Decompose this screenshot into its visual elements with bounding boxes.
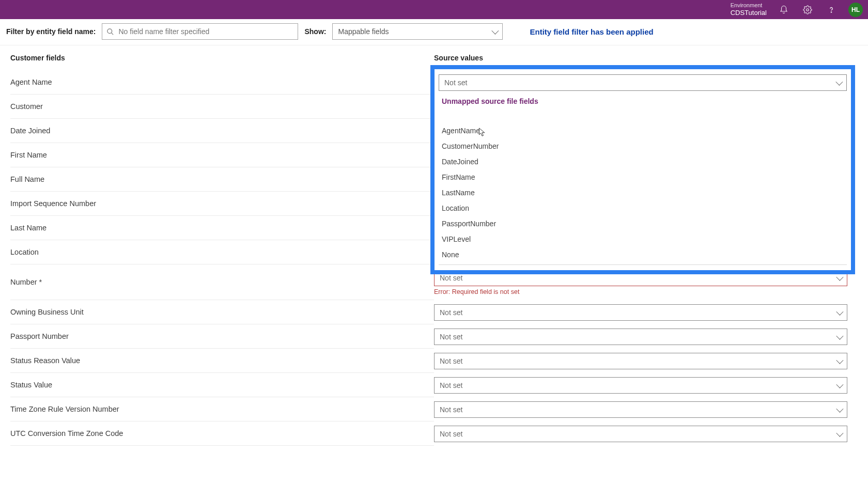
field-row: UTC Conversion Time Zone Code <box>10 421 434 446</box>
dropdown-group-header: Unmapped source file fields <box>435 96 851 115</box>
customer-fields-header: Customer fields <box>10 51 434 70</box>
chevron-down-icon <box>836 381 843 388</box>
error-text: Error: Required field is not set <box>434 288 519 295</box>
field-row: Status Reason Value <box>10 349 434 373</box>
source-value-select[interactable]: Not set <box>434 329 847 345</box>
value-row: Not set <box>434 300 858 324</box>
gear-icon[interactable] <box>803 5 812 14</box>
chevron-down-icon <box>836 332 843 339</box>
source-value-select[interactable]: Not set <box>434 304 847 321</box>
field-row: Customer <box>10 95 434 119</box>
filter-applied-message: Entity field filter has been applied <box>530 27 653 36</box>
dropdown-option[interactable]: AgentName <box>435 123 851 138</box>
field-row: Last Name <box>10 216 434 240</box>
environment-name: CDSTutorial <box>731 9 767 17</box>
filter-row: Filter by entity field name: Show: Mappa… <box>0 19 868 45</box>
source-dropdown-panel: Not set Unmapped source file fields Agen… <box>430 65 855 274</box>
show-dropdown-value: Mappable fields <box>338 27 389 36</box>
value-row: Not set <box>434 349 858 373</box>
environment-label: Environment <box>731 2 767 9</box>
search-icon <box>106 28 114 36</box>
chevron-down-icon <box>836 405 843 412</box>
dropdown-option[interactable]: FirstName <box>435 169 851 185</box>
field-row: Full Name <box>10 167 434 192</box>
value-row: Not set <box>434 373 858 397</box>
svg-line-4 <box>112 33 114 35</box>
field-row: Location <box>10 240 434 264</box>
source-value-select[interactable]: Not set <box>434 377 847 394</box>
source-value-select[interactable]: Not set <box>439 74 847 91</box>
field-row: First Name <box>10 143 434 167</box>
dropdown-option[interactable]: CustomerNumber <box>435 138 851 154</box>
avatar[interactable]: HL <box>848 3 863 17</box>
show-dropdown[interactable]: Mappable fields <box>332 23 503 40</box>
svg-point-2 <box>831 11 831 12</box>
bell-icon[interactable] <box>779 5 788 14</box>
divider <box>439 264 847 265</box>
chevron-down-icon <box>836 273 843 280</box>
svg-point-1 <box>807 8 809 11</box>
field-row: Import Sequence Number <box>10 192 434 216</box>
dropdown-option[interactable]: Location <box>435 200 851 216</box>
help-icon[interactable] <box>827 5 836 14</box>
chevron-down-icon <box>836 308 843 315</box>
customer-fields-column: Customer fields Agent Name Customer Date… <box>10 51 434 446</box>
filter-input[interactable] <box>118 27 293 36</box>
main-area: Customer fields Agent Name Customer Date… <box>0 45 868 456</box>
source-values-column: Source values Not set Unmapped source fi… <box>434 51 858 446</box>
dropdown-option[interactable]: VIPLevel <box>435 231 851 247</box>
environment-block[interactable]: Environment CDSTutorial <box>725 2 767 17</box>
chevron-down-icon <box>835 79 843 86</box>
value-row: Not set <box>434 324 858 349</box>
dropdown-option[interactable]: LastName <box>435 185 851 200</box>
top-bar: Environment CDSTutorial HL <box>0 0 868 19</box>
filter-label: Filter by entity field name: <box>6 27 96 36</box>
field-row: Status Value <box>10 373 434 397</box>
source-value-select[interactable]: Not set <box>434 426 847 442</box>
field-row: Number * <box>10 264 434 300</box>
field-row: Date Joined <box>10 119 434 143</box>
value-row: Not set <box>434 421 858 446</box>
dropdown-option[interactable]: None <box>435 247 851 262</box>
value-row: Not set <box>434 397 858 421</box>
field-row: Owning Business Unit <box>10 300 434 324</box>
chevron-down-icon <box>836 429 843 436</box>
source-value-select[interactable]: Not set <box>434 401 847 418</box>
field-row: Passport Number <box>10 324 434 349</box>
dropdown-option[interactable]: PassportNumber <box>435 216 851 231</box>
chevron-down-icon <box>492 27 499 35</box>
svg-point-3 <box>107 28 112 33</box>
field-row: Agent Name <box>10 70 434 95</box>
chevron-down-icon <box>836 356 843 364</box>
show-label: Show: <box>304 27 326 36</box>
filter-input-wrap[interactable] <box>102 23 298 40</box>
field-row: Time Zone Rule Version Number <box>10 397 434 421</box>
dropdown-option[interactable]: DateJoined <box>435 154 851 169</box>
source-value-select[interactable]: Not set <box>434 353 847 369</box>
